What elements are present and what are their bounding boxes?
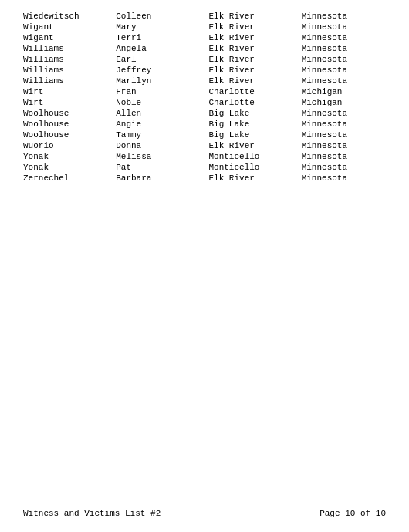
cell-city: Elk River bbox=[208, 43, 301, 54]
cell-city: Elk River bbox=[208, 65, 301, 76]
cell-city: Elk River bbox=[208, 54, 301, 65]
cell-first: Donna bbox=[116, 140, 208, 151]
cell-state: Minnesota bbox=[302, 54, 386, 65]
cell-last: Williams bbox=[23, 65, 116, 76]
page-footer: Witness and Victims List #2 Page 10 of 1… bbox=[23, 509, 386, 518]
cell-city: Elk River bbox=[208, 140, 301, 151]
cell-last: Wirt bbox=[23, 97, 116, 108]
table-row: WilliamsAngelaElk RiverMinnesota bbox=[23, 43, 386, 54]
cell-last: Wirt bbox=[23, 86, 116, 97]
cell-state: Minnesota bbox=[302, 162, 386, 173]
table-row: WilliamsEarlElk RiverMinnesota bbox=[23, 54, 386, 65]
cell-last: Wigant bbox=[23, 32, 116, 43]
table-row: WilliamsMarilynElk RiverMinnesota bbox=[23, 76, 386, 86]
cell-state: Michigan bbox=[302, 97, 386, 108]
cell-city: Monticello bbox=[208, 162, 301, 173]
cell-first: Fran bbox=[116, 86, 208, 97]
cell-first: Marilyn bbox=[116, 76, 208, 86]
cell-last: Yonak bbox=[23, 151, 116, 162]
cell-state: Minnesota bbox=[302, 140, 386, 151]
cell-state: Minnesota bbox=[302, 76, 386, 86]
cell-first: Allen bbox=[116, 108, 208, 119]
cell-last: Williams bbox=[23, 43, 116, 54]
table-row: WirtFranCharlotteMichigan bbox=[23, 86, 386, 97]
cell-last: Wiedewitsch bbox=[23, 11, 116, 22]
cell-state: Minnesota bbox=[302, 108, 386, 119]
cell-state: Minnesota bbox=[302, 22, 386, 32]
cell-first: Colleen bbox=[116, 11, 208, 22]
cell-city: Big Lake bbox=[208, 108, 301, 119]
footer-left: Witness and Victims List #2 bbox=[23, 509, 161, 518]
table-row: YonakMelissaMonticelloMinnesota bbox=[23, 151, 386, 162]
table-row: WoolhouseAngieBig LakeMinnesota bbox=[23, 119, 386, 130]
cell-state: Michigan bbox=[302, 86, 386, 97]
data-table: WiedewitschColleenElk RiverMinnesotaWiga… bbox=[23, 11, 386, 184]
cell-city: Elk River bbox=[208, 76, 301, 86]
cell-first: Melissa bbox=[116, 151, 208, 162]
cell-first: Angela bbox=[116, 43, 208, 54]
cell-last: Zernechel bbox=[23, 173, 116, 184]
cell-first: Terri bbox=[116, 32, 208, 43]
footer-right: Page 10 of 10 bbox=[319, 509, 386, 518]
table-row: WigantTerriElk RiverMinnesota bbox=[23, 32, 386, 43]
cell-last: Williams bbox=[23, 76, 116, 86]
table-row: WuorioDonnaElk RiverMinnesota bbox=[23, 140, 386, 151]
table-row: WigantMaryElk RiverMinnesota bbox=[23, 22, 386, 32]
cell-last: Yonak bbox=[23, 162, 116, 173]
cell-city: Elk River bbox=[208, 173, 301, 184]
cell-city: Elk River bbox=[208, 32, 301, 43]
cell-last: Woolhouse bbox=[23, 108, 116, 119]
table-row: WoolhouseTammyBig LakeMinnesota bbox=[23, 130, 386, 140]
cell-first: Jeffrey bbox=[116, 65, 208, 76]
cell-city: Charlotte bbox=[208, 97, 301, 108]
cell-state: Minnesota bbox=[302, 130, 386, 140]
cell-city: Big Lake bbox=[208, 130, 301, 140]
cell-first: Earl bbox=[116, 54, 208, 65]
cell-state: Minnesota bbox=[302, 11, 386, 22]
cell-first: Angie bbox=[116, 119, 208, 130]
cell-state: Minnesota bbox=[302, 119, 386, 130]
cell-state: Minnesota bbox=[302, 32, 386, 43]
table-row: WoolhouseAllenBig LakeMinnesota bbox=[23, 108, 386, 119]
cell-first: Barbara bbox=[116, 173, 208, 184]
cell-state: Minnesota bbox=[302, 65, 386, 76]
cell-first: Pat bbox=[116, 162, 208, 173]
table-row: WiedewitschColleenElk RiverMinnesota bbox=[23, 11, 386, 22]
cell-state: Minnesota bbox=[302, 151, 386, 162]
cell-first: Mary bbox=[116, 22, 208, 32]
cell-city: Big Lake bbox=[208, 119, 301, 130]
cell-last: Williams bbox=[23, 54, 116, 65]
table-row: WilliamsJeffreyElk RiverMinnesota bbox=[23, 65, 386, 76]
cell-last: Woolhouse bbox=[23, 119, 116, 130]
cell-city: Monticello bbox=[208, 151, 301, 162]
cell-last: Wigant bbox=[23, 22, 116, 32]
cell-first: Noble bbox=[116, 97, 208, 108]
cell-last: Woolhouse bbox=[23, 130, 116, 140]
cell-city: Elk River bbox=[208, 11, 301, 22]
cell-first: Tammy bbox=[116, 130, 208, 140]
cell-last: Wuorio bbox=[23, 140, 116, 151]
page-content: WiedewitschColleenElk RiverMinnesotaWiga… bbox=[0, 0, 409, 214]
table-row: WirtNobleCharlotteMichigan bbox=[23, 97, 386, 108]
table-row: ZernechelBarbaraElk RiverMinnesota bbox=[23, 173, 386, 184]
cell-state: Minnesota bbox=[302, 43, 386, 54]
table-row: YonakPatMonticelloMinnesota bbox=[23, 162, 386, 173]
cell-state: Minnesota bbox=[302, 173, 386, 184]
cell-city: Charlotte bbox=[208, 86, 301, 97]
cell-city: Elk River bbox=[208, 22, 301, 32]
